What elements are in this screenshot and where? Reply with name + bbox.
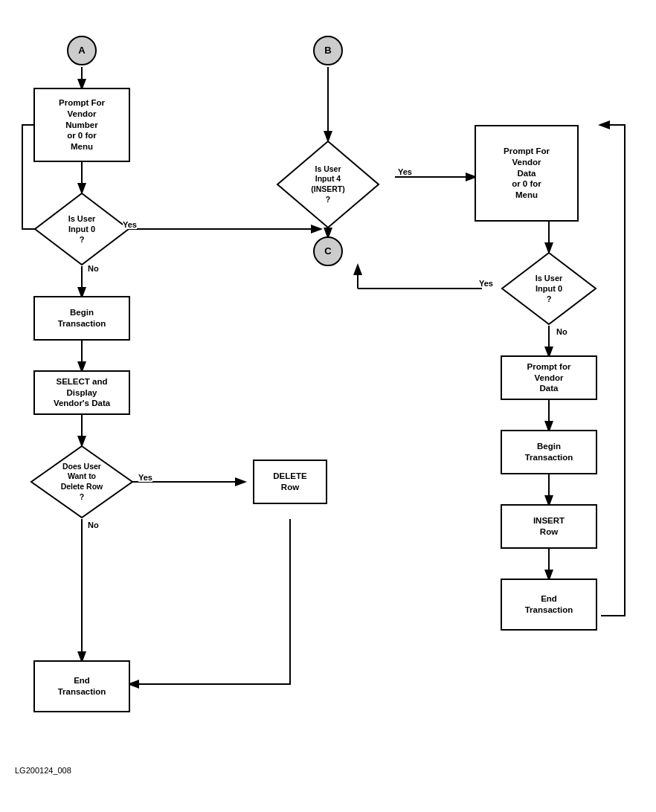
delete-row-label: DELETE Row (273, 471, 306, 493)
prompt-vendor-data-right-box: Prompt For Vendor Data or 0 for Menu (475, 125, 579, 222)
is-user-input-0-left-label: Is User Input 0 ? (68, 213, 96, 245)
yes-label-delete: Yes (138, 473, 152, 482)
prompt-vendor-number-box: Prompt For Vendor Number or 0 for Menu (33, 88, 130, 162)
yes-label-input0-left: Yes (123, 220, 137, 229)
no-label-input0-right: No (556, 327, 567, 336)
yes-label-input4: Yes (398, 167, 412, 176)
yes-label-input0-right: Yes (479, 279, 493, 288)
no-label-delete: No (88, 521, 99, 529)
insert-row-box: INSERT Row (501, 504, 597, 549)
end-transaction-right-label: End Transaction (525, 593, 573, 616)
footer-label: LG200124_008 (15, 766, 71, 775)
connector-a: A (67, 36, 97, 65)
prompt-vendor-data-right-label: Prompt For Vendor Data or 0 for Menu (504, 146, 550, 202)
connector-c: C (313, 236, 343, 266)
connector-b: B (313, 36, 343, 65)
is-user-input-4-label: Is User Input 4 (INSERT) ? (311, 164, 345, 205)
begin-transaction-right-box: Begin Transaction (501, 430, 597, 474)
begin-transaction-left-box: Begin Transaction (33, 296, 130, 341)
begin-transaction-left-label: Begin Transaction (58, 307, 106, 329)
end-transaction-left-label: End Transaction (58, 675, 106, 697)
select-display-label: SELECT and Display Vendor's Data (54, 376, 110, 410)
end-transaction-right-box: End Transaction (501, 579, 597, 631)
prompt-vendor-data-right2-label: Prompt for Vendor Data (527, 361, 571, 395)
delete-row-box: DELETE Row (253, 460, 327, 504)
no-label-input0-left: No (88, 264, 99, 273)
is-user-input-0-right-label: Is User Input 0 ? (536, 273, 563, 305)
prompt-vendor-number-label: Prompt For Vendor Number or 0 for Menu (59, 97, 105, 153)
insert-row-label: INSERT Row (533, 515, 565, 538)
begin-transaction-right-label: Begin Transaction (525, 441, 573, 463)
flowchart: A B Prompt For Vendor Number or 0 for Me… (0, 0, 656, 788)
is-user-input-4-diamond: Is User Input 4 (INSERT) ? (276, 140, 380, 229)
is-user-input-0-right-diamond: Is User Input 0 ? (501, 251, 597, 326)
does-user-want-delete-label: Does User Want to Delete Row ? (61, 462, 103, 503)
select-display-box: SELECT and Display Vendor's Data (33, 370, 130, 415)
end-transaction-left-box: End Transaction (33, 660, 130, 712)
does-user-want-delete-diamond: Does User Want to Delete Row ? (30, 445, 134, 519)
prompt-vendor-data-right2-box: Prompt for Vendor Data (501, 355, 597, 400)
is-user-input-0-left-diamond: Is User Input 0 ? (33, 192, 130, 266)
